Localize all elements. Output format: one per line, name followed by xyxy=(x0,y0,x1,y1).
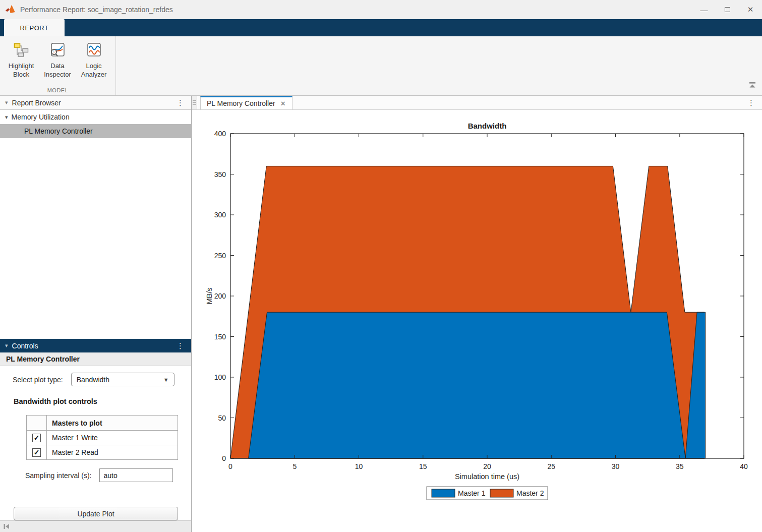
data-inspector-icon xyxy=(48,41,67,60)
legend-swatch xyxy=(432,489,455,497)
area-series xyxy=(230,166,706,458)
plot-type-label: Select plot type: xyxy=(13,376,63,384)
model-tool-group: HighlightBlock DataInspector Log xyxy=(0,36,116,95)
collapse-panel-left-icon[interactable] xyxy=(3,523,10,529)
masters-to-plot-header: Masters to plot xyxy=(47,416,178,431)
bandwidth-chart: 0510152025303540050100150200250300350400… xyxy=(192,110,761,532)
svg-text:25: 25 xyxy=(548,462,556,470)
y-axis-label: MB/s xyxy=(205,287,213,304)
svg-text:0: 0 xyxy=(222,454,226,462)
report-browser-menu-button[interactable]: ⋮ xyxy=(177,98,191,107)
highlight-block-icon xyxy=(12,41,30,60)
performance-report-window: Performance Report: soc_image_rotation_r… xyxy=(0,0,762,532)
main-panel: PL Memory Controller ✕ ⋮ 051015202530354… xyxy=(192,96,762,532)
controls-menu-button[interactable]: ⋮ xyxy=(177,341,191,350)
maximize-icon xyxy=(725,7,730,12)
svg-text:150: 150 xyxy=(214,333,226,341)
ribbon-tab-strip: REPORT xyxy=(0,19,762,36)
table-row: ✓ Master 2 Read xyxy=(27,445,178,460)
bandwidth-controls-heading: Bandwidth plot controls xyxy=(14,397,191,405)
logic-analyzer-label: LogicAnalyzer xyxy=(81,62,107,79)
controls-title: Controls xyxy=(12,342,38,350)
chart-area: 0510152025303540050100150200250300350400… xyxy=(192,110,762,532)
tree-item-label: Memory Utilization xyxy=(12,113,70,121)
svg-text:400: 400 xyxy=(214,130,226,138)
svg-text:5: 5 xyxy=(292,462,297,470)
minimize-icon: — xyxy=(700,6,708,14)
collapse-triangle-icon[interactable]: ▾ xyxy=(5,99,8,106)
checkbox-master-1-write[interactable]: ✓ xyxy=(32,434,41,442)
svg-text:250: 250 xyxy=(214,252,226,260)
check-icon: ✓ xyxy=(34,448,40,456)
chart-title: Bandwidth xyxy=(468,122,507,130)
master-2-read-label: Master 2 Read xyxy=(47,445,178,460)
tree-expander-icon[interactable]: ▾ xyxy=(5,114,8,121)
legend-label: Master 1 xyxy=(458,489,486,497)
controls-body: Select plot type: Bandwidth ▼ Bandwidth … xyxy=(0,366,191,520)
tab-report[interactable]: REPORT xyxy=(4,19,65,36)
data-inspector-label: DataInspector xyxy=(44,62,71,79)
plot-type-dropdown[interactable]: Bandwidth ▼ xyxy=(71,373,174,386)
svg-text:35: 35 xyxy=(676,462,684,470)
update-plot-button[interactable]: Update Plot xyxy=(14,507,178,520)
matlab-logo-icon xyxy=(5,4,16,15)
legend-label: Master 2 xyxy=(516,489,544,497)
collapse-ribbon-button[interactable] xyxy=(748,81,757,90)
model-group-label: MODEL xyxy=(0,87,115,93)
close-icon: ✕ xyxy=(747,5,754,14)
window-title: Performance Report: soc_image_rotation_r… xyxy=(20,6,173,14)
svg-text:20: 20 xyxy=(483,462,491,470)
sampling-interval-input[interactable] xyxy=(99,468,173,482)
master-1-write-label: Master 1 Write xyxy=(47,431,178,445)
collapse-ribbon-icon xyxy=(748,82,757,88)
area-master-1 xyxy=(249,312,706,458)
report-browser-tree: ▾ Memory Utilization PL Memory Controlle… xyxy=(0,110,191,138)
checkbox-column-header xyxy=(27,416,47,431)
dropdown-arrow-icon: ▼ xyxy=(163,377,169,383)
svg-text:30: 30 xyxy=(612,462,620,470)
check-icon: ✓ xyxy=(34,434,40,442)
report-browser-header[interactable]: ▾ Report Browser ⋮ xyxy=(0,96,191,110)
controls-subtitle: PL Memory Controller xyxy=(0,352,191,366)
tree-item-memory-utilization[interactable]: ▾ Memory Utilization xyxy=(0,110,191,124)
svg-text:0: 0 xyxy=(228,462,232,470)
left-panel: ▾ Report Browser ⋮ ▾ Memory Utilization … xyxy=(0,96,192,532)
content-area: ▾ Report Browser ⋮ ▾ Memory Utilization … xyxy=(0,96,762,532)
report-browser-title: Report Browser xyxy=(12,99,61,107)
close-button[interactable]: ✕ xyxy=(739,0,762,19)
report-browser-empty-space xyxy=(0,138,191,339)
tab-close-icon[interactable]: ✕ xyxy=(280,100,286,107)
x-axis-label: Simulation time (us) xyxy=(455,472,519,481)
document-tab-bar: PL Memory Controller ✕ ⋮ xyxy=(192,96,762,110)
controls-header[interactable]: ▾ Controls ⋮ xyxy=(0,339,191,352)
sampling-interval-label: Sampling interval (s): xyxy=(25,471,92,480)
svg-text:200: 200 xyxy=(214,292,226,300)
titlebar: Performance Report: soc_image_rotation_r… xyxy=(0,0,762,19)
table-header-row: Masters to plot xyxy=(27,416,178,431)
window-controls: — ✕ xyxy=(692,0,762,19)
minimize-button[interactable]: — xyxy=(692,0,716,19)
splitter-handle-icon xyxy=(193,100,196,105)
panel-splitter[interactable] xyxy=(192,96,197,109)
svg-text:40: 40 xyxy=(740,462,748,470)
ribbon-toolbar: HighlightBlock DataInspector Log xyxy=(0,36,762,96)
checkbox-master-2-read[interactable]: ✓ xyxy=(32,448,41,457)
chart-legend: Master 1Master 2 xyxy=(427,487,548,500)
svg-text:10: 10 xyxy=(355,462,363,470)
svg-text:50: 50 xyxy=(218,414,226,422)
table-row: ✓ Master 1 Write xyxy=(27,431,178,445)
tree-item-pl-memory-controller[interactable]: PL Memory Controller xyxy=(0,124,191,138)
left-panel-bottom-bar xyxy=(0,520,191,532)
svg-text:350: 350 xyxy=(214,170,226,179)
svg-text:15: 15 xyxy=(419,462,427,470)
legend-swatch xyxy=(490,489,513,497)
maximize-button[interactable] xyxy=(716,0,739,19)
svg-text:100: 100 xyxy=(214,373,226,381)
tab-pl-memory-controller[interactable]: PL Memory Controller ✕ xyxy=(200,96,292,109)
tab-label: PL Memory Controller xyxy=(207,99,275,107)
tab-bar-menu-button[interactable]: ⋮ xyxy=(747,96,762,109)
plot-type-value: Bandwidth xyxy=(77,376,109,384)
tree-item-label: PL Memory Controller xyxy=(24,127,93,135)
highlight-block-label: HighlightBlock xyxy=(9,62,34,79)
collapse-triangle-icon[interactable]: ▾ xyxy=(5,342,8,349)
